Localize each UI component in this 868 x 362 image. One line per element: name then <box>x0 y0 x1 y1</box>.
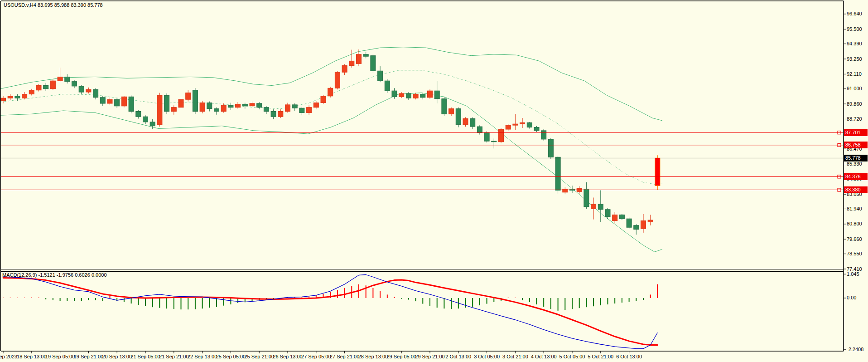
price-axis-tick-label: 91.000 <box>847 85 862 92</box>
price-axis-tick-label: 79.660 <box>847 236 862 243</box>
price-line-badge: 83.380 <box>844 186 868 193</box>
price-axis-tick-label: 81.940 <box>847 205 862 212</box>
price-axis-tick-label: 94.390 <box>847 40 862 47</box>
time-axis-tick-label: 15 Sep 2023 <box>0 353 17 360</box>
macd-indicator-label: MACD(12,26,9) -1.5121 -1.9756 0.6026 0.0… <box>2 272 107 278</box>
current-price-badge: 85.778 <box>844 155 868 161</box>
macd-axis-tick-label: 1.045 <box>847 271 859 278</box>
time-axis-tick-label: 2 Oct 13:00 <box>445 353 471 360</box>
time-axis-tick-label: 4 Oct 13:00 <box>531 353 557 360</box>
time-axis-tick-label: 21 Sep 05:00 <box>130 353 160 360</box>
price-axis-tick-label: 89.860 <box>847 101 862 108</box>
time-axis-tick-label: 21 Sep 21:00 <box>159 353 188 360</box>
price-axis-tick-label: 93.250 <box>847 56 862 63</box>
price-axis-tick-label: 78.550 <box>847 250 862 257</box>
price-axis-tick-label: 96.640 <box>847 10 862 17</box>
macd-pane[interactable] <box>1 271 844 351</box>
price-axis-tick-label: 80.800 <box>847 220 862 227</box>
time-axis-tick-label: 25 Sep 05:00 <box>216 353 246 360</box>
time-axis-tick-label: 5 Oct 05:00 <box>559 353 585 360</box>
chart-title: USOUSD.v,H4 83.695 85.988 83.390 85.778 <box>4 2 103 8</box>
chart-window: USOUSD.v,H4 83.695 85.988 83.390 85.778 … <box>0 0 868 362</box>
price-line-badge: 84.376 <box>844 173 868 180</box>
time-axis-tick-label: 28 Sep 13:00 <box>358 353 388 360</box>
time-axis-tick-label: 20 Sep 13:00 <box>102 353 131 360</box>
time-axis-tick-label: 26 Sep 13:00 <box>273 353 302 360</box>
time-axis-tick-label: 6 Oct 13:00 <box>616 353 642 360</box>
price-axis-tick-label: 95.500 <box>847 26 862 33</box>
time-axis-tick-label: 29 Sep 21:00 <box>415 353 444 360</box>
price-axis-tick-label: 85.330 <box>847 161 862 167</box>
time-axis-tick-label: 3 Oct 05:00 <box>474 353 500 360</box>
time-axis-tick-label: 25 Sep 21:00 <box>244 353 274 360</box>
macd-axis-tick-label: 0.00 <box>847 294 856 301</box>
macd-axis-tick-label: -2.2408 <box>847 346 863 353</box>
time-axis-tick-label: 3 Oct 21:00 <box>502 353 528 360</box>
time-axis-tick-label: 19 Sep 21:00 <box>74 353 103 360</box>
main-chart-pane[interactable] <box>1 1 844 269</box>
time-axis-tick-label: 27 Sep 05:00 <box>301 353 331 360</box>
time-axis-tick-label: 27 Sep 21:00 <box>330 353 359 360</box>
time-axis-tick-label: 19 Sep 05:00 <box>45 353 75 360</box>
price-line-badge: 86.758 <box>844 142 868 148</box>
time-axis-tick-label: 22 Sep 13:00 <box>188 353 217 360</box>
price-axis-tick-label: 88.720 <box>847 116 862 122</box>
price-line-badge: 87.701 <box>844 129 868 136</box>
time-axis-tick-label: 18 Sep 13:00 <box>17 353 46 360</box>
time-axis-tick-label: 29 Sep 05:00 <box>386 353 416 360</box>
time-axis-tick-label: 5 Oct 21:00 <box>588 353 613 360</box>
price-axis-tick-label: 92.110 <box>847 71 862 78</box>
